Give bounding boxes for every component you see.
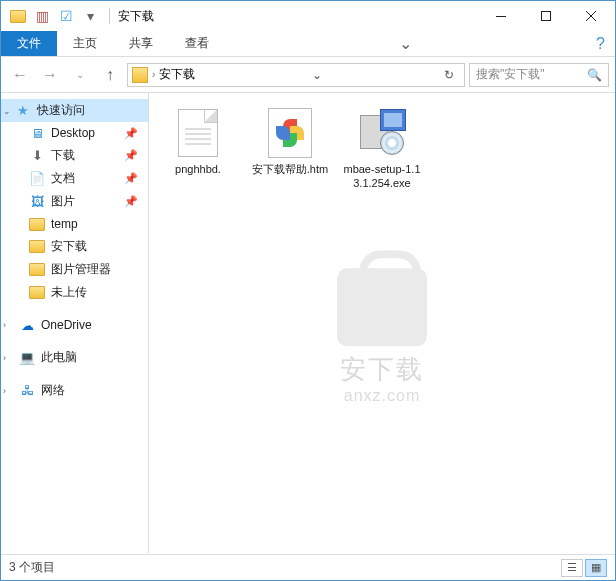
pin-icon: 📌 (124, 149, 144, 162)
chevron-right-icon[interactable]: › (3, 386, 6, 396)
status-bar: 3 个项目 ☰ ▦ (1, 554, 615, 580)
chevron-right-icon[interactable]: › (3, 320, 6, 330)
sidebar-network[interactable]: › 🖧 网络 (1, 379, 148, 402)
dropdown-icon[interactable]: ⌄ (306, 68, 328, 82)
svg-rect-1 (541, 12, 550, 21)
sidebar-label: 网络 (41, 382, 65, 399)
sidebar-label: 图片管理器 (51, 261, 111, 278)
sidebar-item-temp[interactable]: temp (1, 213, 148, 235)
generic-file-icon (172, 105, 224, 161)
folder-icon (29, 216, 45, 232)
search-input[interactable]: 搜索"安下载" 🔍 (469, 63, 609, 87)
search-placeholder: 搜索"安下载" (476, 66, 545, 83)
sidebar-item-pictures[interactable]: 🖼 图片 📌 (1, 190, 148, 213)
tab-share[interactable]: 共享 (113, 31, 169, 56)
ribbon-tabs: 文件 主页 共享 查看 ⌄ ? (1, 31, 615, 57)
htm-file-icon (264, 105, 316, 161)
pin-icon: 📌 (124, 127, 144, 140)
sidebar-label: 下载 (51, 147, 75, 164)
sidebar-this-pc[interactable]: › 💻 此电脑 (1, 346, 148, 369)
watermark-text: 安下载 (337, 352, 427, 387)
new-folder-icon[interactable]: ▾ (79, 5, 101, 27)
file-item[interactable]: 安下载帮助.htm (251, 105, 329, 177)
sidebar-item-picmgr[interactable]: 图片管理器 (1, 258, 148, 281)
nav-recent-button[interactable]: ⌄ (67, 62, 93, 88)
pc-icon: 💻 (19, 350, 35, 366)
folder-icon (29, 239, 45, 255)
file-name: mbae-setup-1.13.1.254.exe (343, 163, 421, 191)
document-icon: 📄 (29, 171, 45, 187)
sidebar-item-documents[interactable]: 📄 文档 📌 (1, 167, 148, 190)
close-button[interactable] (568, 1, 613, 31)
quick-access-toolbar: ▥ ☑ ▾ (3, 5, 105, 27)
sidebar-label: 图片 (51, 193, 75, 210)
nav-back-button[interactable]: ← (7, 62, 33, 88)
sidebar-label: 此电脑 (41, 349, 77, 366)
sidebar-item-notuploaded[interactable]: 未上传 (1, 281, 148, 304)
nav-forward-button: → (37, 62, 63, 88)
properties-icon[interactable]: ▥ (31, 5, 53, 27)
pin-icon: 📌 (124, 172, 144, 185)
chevron-right-icon[interactable]: › (3, 353, 6, 363)
file-name: 安下载帮助.htm (252, 163, 328, 177)
title-bar: ▥ ☑ ▾ 安下载 (1, 1, 615, 31)
details-view-button[interactable]: ☰ (561, 559, 583, 577)
cloud-icon: ☁ (19, 317, 35, 333)
exe-file-icon (356, 105, 408, 161)
sidebar-label: temp (51, 217, 78, 231)
star-icon: ★ (15, 103, 31, 119)
refresh-button[interactable]: ↻ (438, 68, 460, 82)
pin-icon: 📌 (124, 195, 144, 208)
sidebar-label: 快速访问 (37, 102, 85, 119)
ribbon-expand-button[interactable]: ⌄ (389, 31, 422, 56)
folder-icon (29, 285, 45, 301)
nav-up-button[interactable]: ↑ (97, 62, 123, 88)
file-item[interactable]: pnghhbd. (159, 105, 237, 177)
sidebar-item-downloads[interactable]: ⬇ 下载 📌 (1, 144, 148, 167)
file-item[interactable]: mbae-setup-1.13.1.254.exe (343, 105, 421, 191)
checkbox-icon[interactable]: ☑ (55, 5, 77, 27)
pictures-icon: 🖼 (29, 194, 45, 210)
status-item-count: 3 个项目 (9, 559, 55, 576)
separator (109, 8, 110, 24)
maximize-button[interactable] (523, 1, 568, 31)
folder-icon (29, 262, 45, 278)
sidebar-onedrive[interactable]: › ☁ OneDrive (1, 314, 148, 336)
file-list-pane[interactable]: 安下载 anxz.com pnghhbd. 安下载帮助.htm mbae-set… (149, 93, 615, 553)
sidebar-label: 安下载 (51, 238, 87, 255)
sidebar-quick-access[interactable]: ⌄ ★ 快速访问 (1, 99, 148, 122)
sidebar-label: OneDrive (41, 318, 92, 332)
main-area: ⌄ ★ 快速访问 🖥 Desktop 📌 ⬇ 下载 📌 📄 文档 📌 🖼 图片 … (1, 93, 615, 553)
search-icon[interactable]: 🔍 (587, 68, 602, 82)
svg-rect-0 (496, 16, 506, 17)
sidebar-label: 文档 (51, 170, 75, 187)
download-icon: ⬇ (29, 148, 45, 164)
address-bar-row: ← → ⌄ ↑ › 安下载 ⌄ ↻ 搜索"安下载" 🔍 (1, 57, 615, 93)
window-controls (478, 1, 613, 31)
folder-icon (132, 67, 148, 83)
breadcrumb-segment[interactable]: 安下载 (159, 66, 195, 83)
tab-file[interactable]: 文件 (1, 31, 57, 56)
window-title: 安下载 (118, 8, 154, 25)
breadcrumb[interactable]: › 安下载 ⌄ ↻ (127, 63, 465, 87)
sidebar-item-desktop[interactable]: 🖥 Desktop 📌 (1, 122, 148, 144)
chevron-right-icon[interactable]: › (152, 69, 155, 80)
desktop-icon: 🖥 (29, 125, 45, 141)
folder-icon (7, 5, 29, 27)
icons-view-button[interactable]: ▦ (585, 559, 607, 577)
sidebar-item-anxz[interactable]: 安下载 (1, 235, 148, 258)
watermark: 安下载 anxz.com (337, 268, 427, 405)
tab-view[interactable]: 查看 (169, 31, 225, 56)
view-mode-buttons: ☰ ▦ (561, 559, 607, 577)
tab-home[interactable]: 主页 (57, 31, 113, 56)
sidebar-label: 未上传 (51, 284, 87, 301)
file-name: pnghhbd. (175, 163, 221, 177)
chevron-down-icon[interactable]: ⌄ (3, 106, 11, 116)
sidebar-label: Desktop (51, 126, 95, 140)
navigation-pane[interactable]: ⌄ ★ 快速访问 🖥 Desktop 📌 ⬇ 下载 📌 📄 文档 📌 🖼 图片 … (1, 93, 149, 553)
ribbon-help-button[interactable]: ? (586, 31, 615, 56)
network-icon: 🖧 (19, 383, 35, 399)
bag-icon (337, 268, 427, 346)
watermark-url: anxz.com (337, 387, 427, 405)
minimize-button[interactable] (478, 1, 523, 31)
